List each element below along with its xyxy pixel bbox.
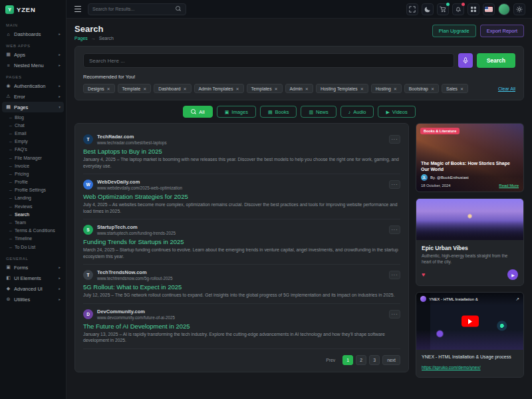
sidebar-subitem-blog[interactable]: Blog [0, 113, 66, 121]
sidebar-subitem-faqs[interactable]: FAQ's [0, 146, 66, 154]
sidebar-item-apps[interactable]: ▦ Apps ▸ [0, 49, 66, 60]
filter-news[interactable]: ▥News [301, 106, 336, 118]
result-options-button[interactable]: ··· [389, 271, 400, 279]
play-button[interactable]: ▶ [507, 269, 518, 280]
close-icon[interactable]: ✕ [431, 86, 434, 91]
search-submit-button[interactable]: Search [477, 53, 515, 68]
close-icon[interactable]: ✕ [360, 86, 364, 91]
sidebar-subitem-pricing[interactable]: Pricing [0, 170, 66, 178]
sidebar-subitem-empty[interactable]: Empty [0, 138, 66, 146]
filter-all[interactable]: All [183, 106, 212, 118]
sidebar-item-advanced-ui[interactable]: ◆ Advanced UI ▸ [0, 283, 66, 294]
language-button[interactable] [483, 3, 495, 15]
profile-avatar[interactable] [498, 3, 510, 15]
result-title-link[interactable]: 5G Rollout: What to Expect in 2025 [83, 283, 400, 291]
sidebar-item-nested-menu[interactable]: ≡ Nested Menu ▸ [0, 60, 66, 70]
pagination-prev[interactable]: Prev [321, 355, 340, 365]
sidebar-item-utilities[interactable]: ⊚ Utilities ▸ [0, 294, 66, 305]
sidebar-subitem-file-manager[interactable]: File Manager [0, 154, 66, 162]
filter-books[interactable]: ▤Books [260, 106, 297, 118]
sidebar-subitem-profile-settings[interactable]: Profile Settings [0, 186, 66, 194]
close-icon[interactable]: ✕ [394, 86, 397, 91]
plan-upgrade-button[interactable]: Plan Upgrade [432, 25, 476, 37]
tag-chip[interactable]: Bootstrap✕ [404, 84, 439, 93]
result-site[interactable]: TechTrendsNow.com [97, 269, 385, 275]
menu-toggle-icon[interactable] [73, 4, 82, 15]
sidebar-item-ui-elements[interactable]: ◧ UI Elements ▸ [0, 273, 66, 283]
heart-icon[interactable]: ♥ [422, 272, 425, 278]
result-options-button[interactable]: ··· [389, 135, 400, 144]
sidebar-subitem-reviews[interactable]: Reviews [0, 202, 66, 210]
settings-button[interactable] [513, 3, 525, 15]
sidebar-item-authentication[interactable]: ◉ Authentication ▸ [0, 80, 66, 91]
close-icon[interactable]: ✕ [460, 86, 464, 91]
brand-logo[interactable]: Y YZEN [0, 0, 66, 19]
close-icon[interactable]: ✕ [143, 86, 146, 91]
close-icon[interactable]: ✕ [236, 86, 239, 91]
result-options-button[interactable]: ··· [389, 310, 400, 319]
result-options-button[interactable]: ··· [389, 225, 400, 234]
header-search-input[interactable] [92, 7, 173, 11]
sidebar-subitem-email[interactable]: Email [0, 129, 66, 137]
tag-chip[interactable]: Dashboard✕ [154, 84, 191, 93]
filter-audio[interactable]: ♪Audio [340, 106, 374, 118]
result-title-link[interactable]: The Future of AI Development in 2025 [83, 323, 400, 330]
sidebar-subitem-chat[interactable]: Chat [0, 121, 66, 129]
video-thumbnail[interactable]: YNEX - HTML Installation & ↗ [416, 293, 523, 350]
result-title-link[interactable]: Web Optimization Strategies for 2025 [83, 193, 400, 200]
search-icon[interactable] [176, 6, 182, 12]
pagination-next[interactable]: next [382, 355, 400, 365]
close-icon[interactable]: ✕ [107, 86, 110, 91]
tag-chip[interactable]: Sales✕ [442, 84, 468, 93]
sidebar-subitem-invoice[interactable]: Invoice [0, 162, 66, 170]
sidebar-subitem-todo-list[interactable]: To Do List [0, 243, 66, 251]
sidebar-item-forms[interactable]: ▣ Forms ▸ [0, 262, 66, 273]
notifications-button[interactable] [452, 3, 464, 15]
sidebar-subitem-search[interactable]: Search [0, 210, 66, 218]
sidebar-item-pages[interactable]: ▤ Pages ▾ [2, 102, 64, 112]
theme-toggle-button[interactable] [422, 3, 434, 15]
result-site[interactable]: WebDevDaily.com [97, 179, 385, 185]
fullscreen-button[interactable] [406, 3, 418, 15]
result-site[interactable]: DevCommunity.com [97, 309, 385, 315]
app-grid-button[interactable] [467, 3, 479, 15]
sidebar-item-dashboards[interactable]: ⌂ Dashboards ▸ [0, 29, 66, 39]
tag-chip[interactable]: Admin✕ [285, 84, 313, 93]
read-more-link[interactable]: Read More [499, 184, 519, 188]
tag-chip[interactable]: Hosting Templates✕ [316, 84, 368, 93]
youtube-play-button[interactable] [462, 316, 479, 327]
cart-button[interactable] [437, 3, 449, 15]
pagination-page-1[interactable]: 1 [342, 355, 353, 365]
sidebar-subitem-team[interactable]: Team [0, 218, 66, 226]
sidebar-subitem-landing[interactable]: Landing [0, 194, 66, 202]
sidebar-subitem-profile[interactable]: Profile [0, 178, 66, 186]
pagination-page-2[interactable]: 2 [356, 355, 366, 365]
breadcrumb-parent[interactable]: Pages [74, 36, 88, 41]
clear-all-link[interactable]: Clear All [498, 86, 515, 91]
export-report-button[interactable]: Export Report [480, 25, 524, 37]
result-options-button[interactable]: ··· [389, 180, 400, 189]
sidebar-subitem-timeline[interactable]: Timeline [0, 235, 66, 243]
pagination-page-3[interactable]: 3 [369, 355, 380, 365]
tag-chip[interactable]: Admin Templates✕ [194, 84, 244, 93]
result-site[interactable]: StartupTech.com [97, 224, 385, 230]
share-icon[interactable]: ↗ [516, 297, 519, 302]
close-icon[interactable]: ✕ [183, 86, 186, 91]
sidebar-item-error[interactable]: ⚠ Error ▸ [0, 91, 66, 102]
filter-images[interactable]: ▣Images [217, 106, 256, 118]
result-title-link[interactable]: Funding Trends for Startups in 2025 [83, 238, 400, 245]
tag-chip[interactable]: Hosting✕ [371, 84, 402, 93]
result-title-link[interactable]: Best Laptops to Buy in 2025 [83, 148, 400, 155]
tag-chip[interactable]: Template✕ [118, 84, 152, 93]
close-icon[interactable]: ✕ [305, 86, 309, 91]
tag-chip[interactable]: Templates✕ [247, 84, 283, 93]
video-link[interactable]: https://spruko.com/demo/ynex/ [422, 365, 481, 370]
main-search-input[interactable] [83, 53, 454, 68]
tag-chip[interactable]: Designs✕ [83, 84, 115, 93]
filter-videos[interactable]: ▶Videos [378, 106, 415, 118]
sidebar-subitem-terms[interactable]: Terms & Conditions [0, 227, 66, 235]
voice-search-button[interactable] [458, 53, 473, 68]
result-site[interactable]: TechRadar.com [97, 134, 385, 140]
blog-card[interactable]: Books & Literature The Magic of Books: H… [416, 123, 524, 192]
close-icon[interactable]: ✕ [275, 86, 278, 91]
